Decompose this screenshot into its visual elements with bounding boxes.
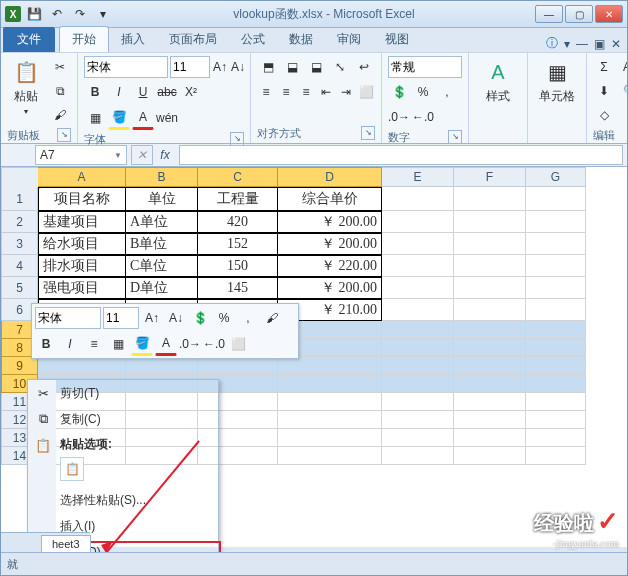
border-icon[interactable]: ▦ (84, 107, 106, 129)
grow-font-icon[interactable]: A↑ (212, 56, 228, 78)
cell[interactable] (278, 411, 382, 429)
merge-cells-icon[interactable]: ⬜ (227, 333, 249, 355)
column-header[interactable]: E (382, 167, 454, 187)
orientation-icon[interactable]: ⤡ (329, 56, 351, 78)
cell[interactable]: 排水项目 (38, 255, 126, 277)
column-header[interactable]: G (526, 167, 586, 187)
cell[interactable] (526, 277, 586, 299)
doc-min-icon[interactable]: — (576, 37, 588, 51)
minimize-button[interactable]: — (535, 5, 563, 23)
bold-button[interactable]: B (35, 333, 57, 355)
help-icon[interactable]: ⓘ (546, 35, 558, 52)
cell[interactable]: 基建项目 (38, 211, 126, 233)
column-header[interactable]: A (38, 167, 126, 187)
sheet-tab[interactable]: heet3 (41, 535, 91, 552)
cell[interactable] (454, 255, 526, 277)
sort-filter-icon[interactable]: A↓ (619, 56, 628, 78)
row-header[interactable]: 4 (1, 255, 38, 277)
format-painter-icon[interactable]: 🖌 (49, 104, 71, 126)
fill-icon[interactable]: ⬇ (593, 80, 615, 102)
underline-button[interactable]: U (132, 81, 154, 103)
shrink-font-icon[interactable]: A↓ (230, 56, 246, 78)
cell[interactable] (454, 375, 526, 393)
fill-color-icon[interactable]: 🪣 (108, 106, 130, 130)
superscript-icon[interactable]: X² (180, 81, 202, 103)
cell[interactable]: B单位 (126, 233, 198, 255)
cell[interactable] (38, 357, 126, 375)
cell[interactable] (278, 357, 382, 375)
ctx-copy[interactable]: ⧉复制(C) (28, 406, 218, 432)
cell[interactable] (198, 357, 278, 375)
select-all-corner[interactable] (1, 167, 40, 189)
cell[interactable]: 145 (198, 277, 278, 299)
mini-font-name[interactable] (35, 307, 101, 329)
cell[interactable]: 综合单价 (278, 187, 382, 211)
fill-color-icon[interactable]: 🪣 (131, 332, 153, 356)
strike-button[interactable]: abc (156, 81, 178, 103)
cell[interactable] (382, 429, 454, 447)
number-format-select[interactable] (388, 56, 462, 78)
tab-file[interactable]: 文件 (3, 27, 55, 52)
font-name-select[interactable] (84, 56, 168, 78)
merge-cells-icon[interactable]: ⬜ (357, 81, 375, 103)
cell[interactable] (454, 321, 526, 339)
cut-icon[interactable]: ✂ (49, 56, 71, 78)
cell[interactable] (454, 393, 526, 411)
align-top-icon[interactable]: ⬒ (257, 56, 279, 78)
cell[interactable] (526, 187, 586, 211)
cell[interactable]: 单位 (126, 187, 198, 211)
grow-font-icon[interactable]: A↑ (141, 307, 163, 329)
cell[interactable] (526, 255, 586, 277)
column-header[interactable]: C (198, 167, 278, 187)
find-select-icon[interactable]: 🔍 (619, 80, 628, 102)
italic-button[interactable]: I (108, 81, 130, 103)
align-center-icon[interactable]: ≡ (277, 81, 295, 103)
paste-button[interactable]: 📋 粘贴 ▾ (7, 56, 45, 118)
cell[interactable] (526, 411, 586, 429)
tab-home[interactable]: 开始 (59, 26, 109, 52)
dialog-launcher-icon[interactable]: ↘ (230, 132, 244, 146)
phonetic-icon[interactable]: wén (156, 107, 178, 129)
cell[interactable]: 150 (198, 255, 278, 277)
cell[interactable] (382, 411, 454, 429)
doc-restore-icon[interactable]: ▣ (594, 37, 605, 51)
cancel-formula-icon[interactable]: ✕ (131, 145, 153, 165)
ctx-paste-special[interactable]: 选择性粘贴(S)... (28, 487, 218, 513)
cell[interactable]: ￥ 200.00 (278, 211, 382, 233)
cell[interactable]: 强电项目 (38, 277, 126, 299)
align-bottom-icon[interactable]: ⬓ (305, 56, 327, 78)
bold-button[interactable]: B (84, 81, 106, 103)
cell[interactable]: 项目名称 (38, 187, 126, 211)
cell[interactable]: A单位 (126, 211, 198, 233)
row-header[interactable]: 5 (1, 277, 38, 299)
cell[interactable]: D单位 (126, 277, 198, 299)
cell[interactable] (278, 393, 382, 411)
tab-view[interactable]: 视图 (373, 27, 421, 52)
comma-icon[interactable]: , (436, 81, 458, 103)
tab-insert[interactable]: 插入 (109, 27, 157, 52)
font-color-icon[interactable]: A (132, 106, 154, 130)
row-header[interactable]: 3 (1, 233, 38, 255)
cell[interactable] (454, 411, 526, 429)
cell[interactable] (382, 321, 454, 339)
tab-formulas[interactable]: 公式 (229, 27, 277, 52)
row-header[interactable]: 9 (1, 357, 38, 375)
cell[interactable] (126, 357, 198, 375)
align-right-icon[interactable]: ≡ (297, 81, 315, 103)
minimize-ribbon-icon[interactable]: ▾ (564, 37, 570, 51)
align-left-icon[interactable]: ≡ (257, 81, 275, 103)
cell[interactable] (526, 447, 586, 465)
decrease-decimal-icon[interactable]: ←.0 (203, 333, 225, 355)
cell[interactable] (526, 339, 586, 357)
cell[interactable] (382, 277, 454, 299)
cell[interactable] (454, 357, 526, 375)
font-color-icon[interactable]: A (155, 332, 177, 356)
format-painter-icon[interactable]: 🖌 (261, 307, 283, 329)
column-header[interactable]: F (454, 167, 526, 187)
tab-review[interactable]: 审阅 (325, 27, 373, 52)
comma-icon[interactable]: , (237, 307, 259, 329)
cell[interactable] (526, 429, 586, 447)
currency-icon[interactable]: 💲 (388, 81, 410, 103)
cell[interactable]: ￥ 200.00 (278, 277, 382, 299)
autosum-icon[interactable]: Σ (593, 56, 615, 78)
